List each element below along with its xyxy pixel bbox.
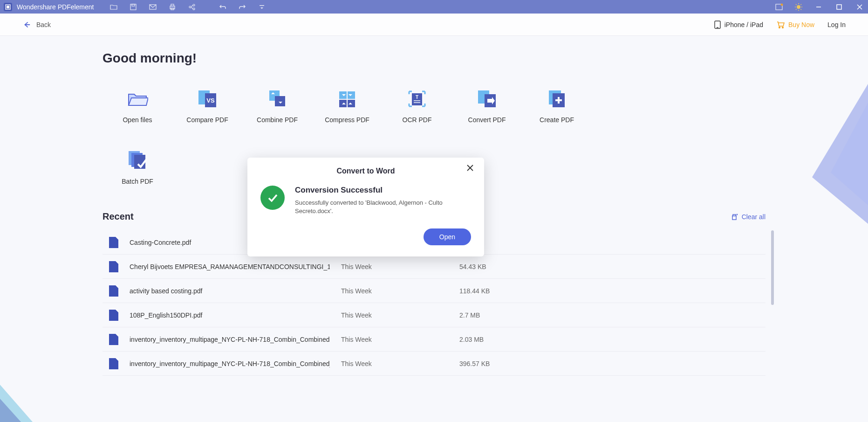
subheader-right: iPhone / iPad Buy Now Log In [714,21,846,29]
compare-icon: VS [197,88,218,110]
file-date: This Week [341,263,448,270]
print-icon[interactable] [168,3,177,11]
buy-label: Buy Now [788,21,814,28]
file-size: 2.03 MB [459,336,484,343]
svg-line-20 [801,9,802,10]
titlebar-right [775,2,864,12]
success-check-icon [260,186,285,210]
svg-rect-11 [260,5,264,6]
action-batch-pdf[interactable]: Batch PDF [103,150,172,185]
svg-rect-6 [171,4,174,6]
action-label: Open files [123,116,152,124]
svg-point-30 [782,27,784,28]
action-label: Compress PDF [325,116,369,124]
window-controls [814,2,864,12]
action-label: Convert PDF [468,116,506,124]
buy-now-link[interactable]: Buy Now [776,21,814,29]
file-size: 54.43 KB [459,263,486,270]
svg-rect-24 [837,5,841,9]
svg-point-29 [779,27,780,28]
pdf-file-icon [109,358,118,369]
svg-point-14 [797,5,800,9]
minimize-button[interactable] [814,2,823,12]
dropdown-icon[interactable] [258,3,266,11]
back-label: Back [36,21,51,28]
back-button[interactable]: Back [22,21,51,29]
action-open-files[interactable]: Open files [103,88,172,124]
combine-icon [267,88,288,110]
file-size: 396.57 KB [459,360,490,367]
recent-row[interactable]: 108P_English150DPI.pdf This Week 2.7 MB [103,303,765,327]
svg-rect-2 [130,4,136,10]
action-combine-pdf[interactable]: Combine PDF [242,88,312,124]
modal-title: Convert to Word [260,167,471,175]
clear-all-button[interactable]: Clear all [731,213,765,221]
action-compare-pdf[interactable]: VS Compare PDF [172,88,242,124]
file-size: 2.7 MB [459,311,480,319]
recent-row[interactable]: Cheryl Bijvoets EMPRESA_RAMANAGEMENTANDC… [103,255,765,279]
action-label: Combine PDF [257,116,298,124]
svg-point-8 [189,6,191,8]
phone-icon [714,21,721,29]
action-grid-row1: Open files VS Compare PDF Combine PDF Co… [103,88,765,124]
action-label: Compare PDF [186,116,228,124]
modal-footer: Open [260,228,471,245]
batch-icon [127,150,148,171]
redo-icon[interactable] [238,3,246,11]
modal-status: Conversion Successful [295,186,444,195]
action-label: OCR PDF [403,116,432,124]
action-convert-pdf[interactable]: Convert PDF [452,88,522,124]
open-folder-icon [127,88,148,110]
notification-icon[interactable] [775,3,783,11]
scrollbar[interactable] [771,230,774,305]
theme-icon[interactable] [794,3,803,11]
action-label: Create PDF [540,116,574,124]
titlebar: Wondershare PDFelement [0,0,868,14]
action-create-pdf[interactable]: Create PDF [522,88,592,124]
file-name: inventory_inventory_multipage_NYC-PL-NH-… [130,360,330,367]
convert-modal: Convert to Word Conversion Successful Su… [247,158,484,256]
modal-close-button[interactable] [466,164,476,173]
folder-icon[interactable] [109,3,118,11]
recent-row[interactable]: inventory_inventory_multipage_NYC-PL-NH-… [103,352,765,376]
maximize-button[interactable] [834,2,844,12]
mail-icon[interactable] [149,3,157,11]
login-label: Log In [827,21,846,28]
titlebar-left: Wondershare PDFelement [4,3,266,11]
recent-row[interactable]: activity based costing.pdf This Week 118… [103,279,765,303]
subheader: Back iPhone / iPad Buy Now Log In [0,14,868,36]
file-name: activity based costing.pdf [130,287,330,295]
login-link[interactable]: Log In [827,21,846,28]
iphone-link[interactable]: iPhone / iPad [714,21,763,29]
recent-row[interactable]: inventory_inventory_multipage_NYC-PL-NH-… [103,327,765,352]
svg-rect-35 [275,96,285,106]
file-name: inventory_inventory_multipage_NYC-PL-NH-… [130,336,330,343]
undo-icon[interactable] [219,3,227,11]
pdf-file-icon [109,334,118,345]
share-icon[interactable] [188,3,196,11]
pdf-file-icon [109,237,118,248]
svg-line-21 [796,9,797,10]
ocr-icon: T [406,88,428,110]
modal-body: Conversion Successful Successfully conve… [260,186,471,215]
action-ocr-pdf[interactable]: T OCR PDF [382,88,452,124]
greeting-title: Good morning! [103,51,765,66]
file-size: 118.44 KB [459,287,490,295]
file-date: This Week [341,360,448,367]
create-icon [546,88,567,110]
close-button[interactable] [855,2,864,12]
file-name: 108P_English150DPI.pdf [130,311,330,319]
action-compress-pdf[interactable]: Compress PDF [312,88,382,124]
action-label: Batch PDF [122,178,153,185]
iphone-label: iPhone / iPad [724,21,763,28]
svg-text:T: T [416,95,418,100]
convert-icon [476,88,498,110]
save-icon[interactable] [129,3,137,11]
recent-title: Recent [103,211,134,222]
modal-text: Conversion Successful Successfully conve… [295,186,444,215]
compress-icon [336,88,358,110]
svg-point-10 [193,8,195,10]
svg-point-13 [781,3,783,6]
clear-all-label: Clear all [742,213,765,221]
open-button[interactable]: Open [424,228,471,245]
